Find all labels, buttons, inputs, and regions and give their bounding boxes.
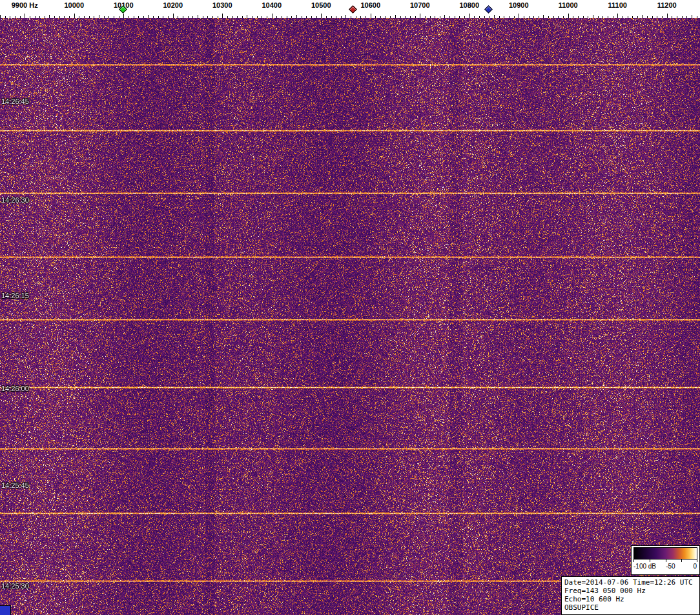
colormap-gradient-bar xyxy=(633,547,697,560)
freq-axis-tick xyxy=(188,16,189,18)
freq-axis-tick xyxy=(474,16,475,18)
freq-axis-tick xyxy=(657,16,657,18)
freq-axis-tick xyxy=(252,16,252,18)
freq-axis-tick xyxy=(134,16,134,18)
waterfall-area: 14:26:4514:26:3014:26:1514:26:0014:25:45… xyxy=(0,18,700,615)
freq-axis-tick xyxy=(287,16,287,18)
freq-axis-tick xyxy=(207,16,208,18)
freq-axis-tick xyxy=(583,16,584,18)
freq-axis-label: 10500 xyxy=(311,1,331,9)
legend-labels: -100 dB -50 0 xyxy=(633,562,697,570)
blue-frequency-marker-icon[interactable] xyxy=(484,5,493,14)
freq-axis-tick xyxy=(123,14,124,18)
freq-axis-tick xyxy=(262,16,262,18)
freq-axis-tick xyxy=(573,16,573,18)
freq-axis-label: 10900 xyxy=(509,1,529,9)
freq-axis-label: 11100 xyxy=(608,1,627,9)
freq-axis-tick xyxy=(623,16,623,18)
freq-axis-tick xyxy=(539,16,539,18)
freq-axis-tick xyxy=(74,14,75,18)
freq-axis-tick xyxy=(316,16,317,18)
freq-axis-tick xyxy=(148,15,149,18)
freq-axis-tick xyxy=(143,16,144,18)
freq-axis-tick xyxy=(533,16,534,18)
time-axis-label: 14:25:45 xyxy=(1,481,29,489)
time-axis-label: 14:26:45 xyxy=(1,97,29,105)
freq-axis-tick xyxy=(282,16,282,18)
freq-axis-tick xyxy=(642,15,643,18)
time-axis-label: 14:26:00 xyxy=(1,385,29,392)
freq-axis-tick xyxy=(311,16,312,18)
freq-axis-tick xyxy=(302,16,302,18)
freq-axis-tick xyxy=(0,15,1,18)
freq-axis-tick xyxy=(435,16,435,18)
freq-axis-tick xyxy=(5,16,6,18)
freq-axis-tick xyxy=(30,16,30,18)
legend-label-mid: -50 xyxy=(666,563,675,570)
freq-axis-tick xyxy=(331,16,332,18)
freq-axis-tick xyxy=(114,16,114,18)
freq-axis-tick xyxy=(227,16,228,18)
freq-axis-tick xyxy=(563,16,564,18)
freq-axis-tick xyxy=(326,16,327,18)
freq-axis-tick xyxy=(360,16,361,18)
freq-axis-tick xyxy=(276,16,277,18)
freq-axis-tick xyxy=(425,16,426,18)
freq-axis-tick xyxy=(247,15,247,18)
freq-axis-tick xyxy=(306,16,307,18)
freq-axis-tick xyxy=(578,16,579,18)
freq-axis-tick xyxy=(257,16,258,18)
freq-axis-tick xyxy=(588,16,588,18)
freq-axis-label: 11200 xyxy=(657,1,677,9)
info-observatory: OBSUPICE xyxy=(564,603,697,612)
freq-axis-tick xyxy=(99,15,99,18)
freq-axis-tick xyxy=(455,16,455,18)
freq-axis-tick xyxy=(469,14,470,18)
freq-axis-tick xyxy=(632,16,633,18)
spectrogram-canvas[interactable] xyxy=(0,18,700,615)
freq-axis-tick xyxy=(267,16,267,18)
freq-axis-tick xyxy=(45,16,45,18)
freq-axis-tick xyxy=(667,14,668,18)
freq-axis-tick xyxy=(449,16,450,18)
freq-axis-tick xyxy=(119,16,119,18)
freq-axis-tick xyxy=(104,16,105,18)
freq-axis-tick xyxy=(84,16,85,18)
freq-axis-tick xyxy=(524,16,524,18)
freq-axis-tick xyxy=(514,16,515,18)
freq-axis-tick xyxy=(198,15,198,18)
freq-axis-label: 10600 xyxy=(360,1,380,9)
freq-axis-tick xyxy=(89,16,90,18)
freq-axis-tick xyxy=(153,16,154,18)
freq-axis-tick xyxy=(163,16,163,18)
freq-axis-tick xyxy=(15,16,15,18)
time-axis-label: 14:25:30 xyxy=(1,582,29,590)
freq-axis-tick xyxy=(499,16,500,18)
freq-axis-tick xyxy=(218,16,218,18)
freq-axis-tick xyxy=(613,16,613,18)
freq-axis-tick xyxy=(296,15,297,18)
freq-axis-tick xyxy=(484,16,485,18)
freq-axis-tick xyxy=(440,16,440,18)
freq-axis-tick xyxy=(662,16,663,18)
info-date-time: Date=2014-07-06 Time=12:26 UTC xyxy=(564,578,697,587)
freq-axis-tick xyxy=(291,16,292,18)
freq-axis-tick xyxy=(504,16,504,18)
freq-axis-tick xyxy=(158,16,159,18)
freq-axis-tick xyxy=(568,14,569,18)
legend-label-max: 0 xyxy=(693,563,697,570)
freq-axis-tick xyxy=(677,16,677,18)
freq-axis-tick xyxy=(617,14,618,18)
red-frequency-marker-icon[interactable] xyxy=(349,5,357,14)
freq-axis-tick xyxy=(54,16,55,18)
freq-axis-label: 10800 xyxy=(459,1,479,9)
freq-axis-tick xyxy=(637,16,638,18)
freq-axis-tick xyxy=(548,16,549,18)
freq-axis-tick xyxy=(203,16,203,18)
freq-axis-tick xyxy=(692,15,692,18)
freq-axis-tick xyxy=(395,15,396,18)
freq-axis-tick xyxy=(79,16,79,18)
freq-axis-tick xyxy=(108,16,109,18)
freq-axis-tick xyxy=(553,16,554,18)
freq-axis-label: 10200 xyxy=(163,1,183,9)
